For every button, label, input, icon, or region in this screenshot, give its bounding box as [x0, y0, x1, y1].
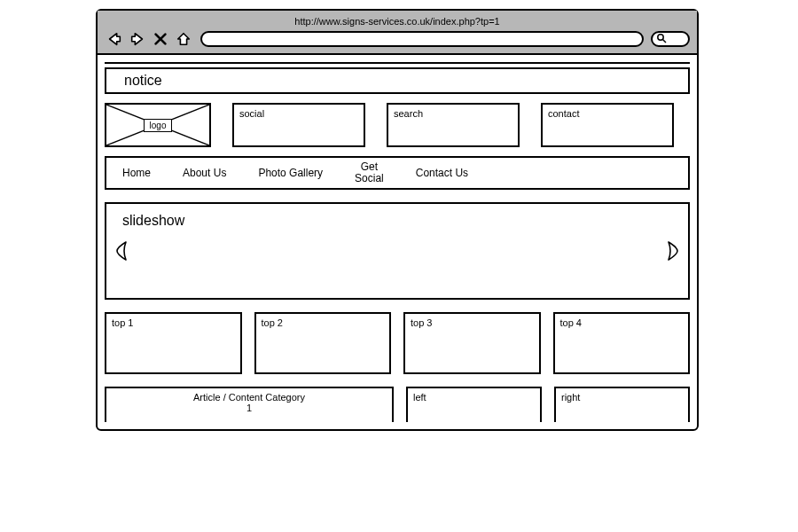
logo-placeholder: logo	[105, 103, 211, 147]
search-box[interactable]: search	[387, 103, 520, 147]
nav-about[interactable]: About Us	[167, 168, 242, 179]
top-box-3: top 3	[403, 312, 541, 374]
back-arrow-icon[interactable]	[105, 30, 124, 48]
notice-label: notice	[124, 73, 162, 88]
slideshow-label: slideshow	[122, 213, 184, 228]
top-boxes-row: top 1 top 2 top 3 top 4	[105, 312, 690, 374]
slideshow-next-icon[interactable]	[665, 240, 681, 262]
browser-search[interactable]	[651, 31, 690, 47]
top-box-2: top 2	[254, 312, 392, 374]
right-box: right	[554, 387, 690, 422]
top-box-1: top 1	[105, 312, 242, 374]
logo-label: logo	[144, 119, 173, 132]
notice-bar: notice	[105, 67, 690, 94]
home-icon[interactable]	[174, 30, 193, 48]
contact-box: contact	[541, 103, 674, 147]
browser-chrome: http://www.signs-services.co.uk/index.ph…	[98, 11, 697, 55]
nav-gallery[interactable]: Photo Gallery	[242, 168, 339, 179]
svg-line-1	[663, 40, 667, 43]
svg-point-0	[658, 35, 663, 40]
top-box-4: top 4	[553, 312, 691, 374]
nav-contact[interactable]: Contact Us	[400, 168, 484, 179]
slideshow-prev-icon[interactable]	[113, 240, 129, 262]
divider	[105, 62, 690, 64]
main-nav: Home About Us Photo Gallery Get Social C…	[105, 156, 690, 190]
address-bar[interactable]	[200, 31, 644, 47]
browser-toolbar	[105, 30, 690, 48]
browser-window: http://www.signs-services.co.uk/index.ph…	[96, 9, 699, 431]
url-display: http://www.signs-services.co.uk/index.ph…	[105, 14, 690, 30]
social-box: social	[232, 103, 365, 147]
left-box: left	[406, 387, 542, 422]
forward-arrow-icon[interactable]	[128, 30, 147, 48]
slideshow: slideshow	[105, 202, 690, 300]
nav-home[interactable]: Home	[106, 168, 167, 179]
page-body: notice logo social search contact Home A…	[98, 55, 697, 429]
magnifier-icon	[656, 31, 667, 47]
article-category-box: Article / Content Category 1	[105, 387, 394, 422]
nav-get-social[interactable]: Get Social	[339, 161, 400, 184]
stop-icon[interactable]	[151, 30, 170, 48]
header-row: logo social search contact	[105, 103, 690, 147]
bottom-row: Article / Content Category 1 left right	[105, 387, 690, 422]
